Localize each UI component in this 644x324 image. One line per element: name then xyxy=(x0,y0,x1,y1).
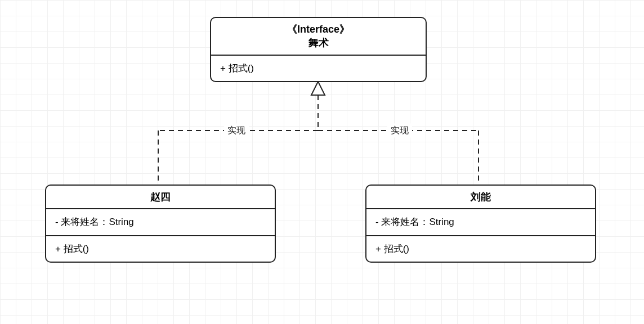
class-name: 赵四 xyxy=(150,191,171,202)
class-attributes: - 来将姓名：String xyxy=(46,209,275,235)
class-attribute: - 来将姓名：String xyxy=(55,215,266,230)
uml-canvas: 《Interface》 舞术 + 招式() 赵四 - 来将姓名：String +… xyxy=(0,0,644,324)
class-attributes: - 来将姓名：String xyxy=(366,209,595,235)
interface-stereotype: 《Interface》 xyxy=(218,22,419,36)
edge-label-left: 实现 xyxy=(224,124,249,138)
interface-methods: + 招式() xyxy=(211,56,426,82)
interface-name: 舞术 xyxy=(218,36,419,50)
edge-label-right: 实现 xyxy=(387,124,412,138)
uml-class-liuneng: 刘能 - 来将姓名：String + 招式() xyxy=(365,184,596,263)
uml-interface-box: 《Interface》 舞术 + 招式() xyxy=(210,17,427,82)
class-methods: + 招式() xyxy=(366,235,595,262)
class-method: + 招式() xyxy=(375,242,586,256)
class-title: 刘能 xyxy=(366,186,595,209)
svg-marker-0 xyxy=(311,82,325,95)
uml-interface-title: 《Interface》 舞术 xyxy=(211,18,426,56)
class-method: + 招式() xyxy=(55,242,266,256)
class-title: 赵四 xyxy=(46,186,275,209)
class-attribute: - 来将姓名：String xyxy=(375,215,586,230)
class-name: 刘能 xyxy=(471,191,491,202)
class-methods: + 招式() xyxy=(46,235,275,262)
interface-method: + 招式() xyxy=(220,61,417,76)
uml-class-zhaosi: 赵四 - 来将姓名：String + 招式() xyxy=(45,184,276,263)
